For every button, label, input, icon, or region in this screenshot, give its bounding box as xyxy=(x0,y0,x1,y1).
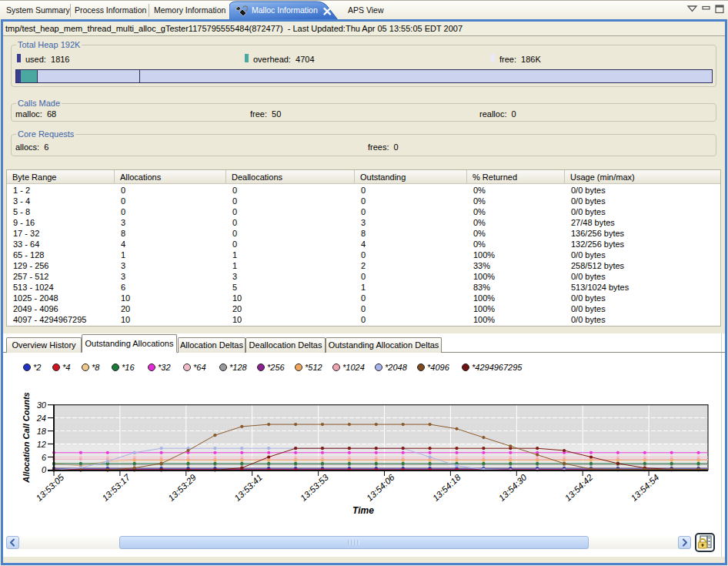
svg-text:13:54:18: 13:54:18 xyxy=(431,472,463,503)
svg-text:13:53:17: 13:53:17 xyxy=(100,472,132,503)
svg-text:13:53:53: 13:53:53 xyxy=(299,472,330,503)
svg-text:13:54:54: 13:54:54 xyxy=(629,473,661,503)
svg-text:24: 24 xyxy=(36,414,46,423)
svg-text:13:54:06: 13:54:06 xyxy=(365,472,396,503)
svg-text:18: 18 xyxy=(37,427,47,436)
svg-text:30: 30 xyxy=(37,400,47,410)
svg-text:13:54:42: 13:54:42 xyxy=(563,472,595,503)
svg-text:13:53:29: 13:53:29 xyxy=(166,472,198,503)
svg-text:13:53:41: 13:53:41 xyxy=(232,473,264,503)
svg-text:12: 12 xyxy=(37,440,46,449)
svg-text:13:54:30: 13:54:30 xyxy=(497,472,529,503)
svg-text:Allocation Call Counts: Allocation Call Counts xyxy=(22,392,31,483)
svg-text:0: 0 xyxy=(42,465,47,474)
svg-text:13:53:05: 13:53:05 xyxy=(34,472,65,503)
svg-text:Time: Time xyxy=(352,505,374,516)
svg-text:6: 6 xyxy=(42,453,47,462)
